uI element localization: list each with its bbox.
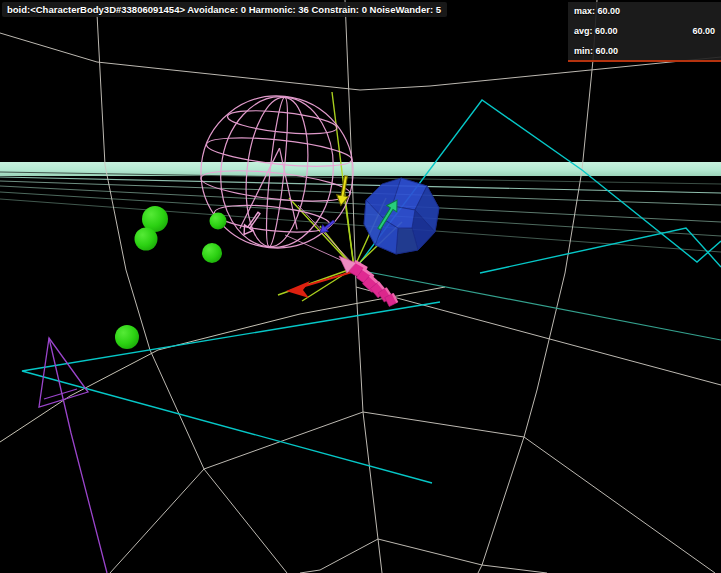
- blue-polyhedron-obstacle: [364, 178, 439, 254]
- teal-trail: [358, 270, 721, 340]
- tan-ground-line: [0, 287, 445, 442]
- scene-canvas[interactable]: [0, 0, 721, 573]
- stats-panel: max: 60.00 avg: 60.00 60.00 min: 60.00: [568, 2, 721, 62]
- purple-wire-star: [39, 338, 107, 573]
- world-grid: [0, 0, 721, 573]
- stats-avg-value: 60.00: [692, 26, 715, 36]
- stats-min-label: min: 60.00: [574, 46, 618, 56]
- game-debug-viewport[interactable]: boid:<CharacterBody3D#33806091454> Avoid…: [0, 0, 721, 573]
- stats-row-avg: avg: 60.00 60.00: [574, 26, 715, 36]
- pink-arrow: [240, 210, 263, 237]
- horizon-band: [0, 162, 721, 252]
- boid-capsule-chain: [339, 256, 397, 306]
- stats-row-max: max: 60.00: [574, 6, 715, 16]
- stats-max-label: max: 60.00: [574, 6, 620, 16]
- boid-info-badge: boid:<CharacterBody3D#33806091454> Avoid…: [2, 2, 447, 17]
- stats-row-min: min: 60.00: [574, 46, 715, 56]
- stats-avg-label: avg: 60.00: [574, 26, 618, 36]
- stats-graph-min-line: [568, 60, 721, 62]
- green-sphere-obstacles: [115, 206, 227, 349]
- red-velocity-arrow: [286, 272, 352, 298]
